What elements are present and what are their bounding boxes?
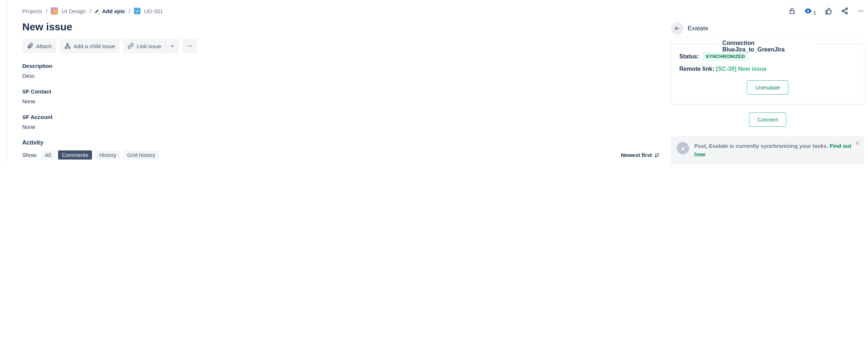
hint-text: Psst, Exalate is currently synchronizing…	[694, 143, 828, 149]
tab-all[interactable]: All	[41, 150, 55, 160]
connection-status-badge: SYNCHRONIZED	[703, 52, 748, 61]
add-epic-button[interactable]: Add epic	[95, 8, 125, 14]
panel-back-button[interactable]	[671, 22, 683, 35]
breadcrumb-projects[interactable]: Projects	[22, 8, 42, 14]
sort-label: Newest first	[621, 152, 652, 158]
issue-more-button[interactable]	[857, 7, 864, 16]
breadcrumb-sep: /	[129, 8, 130, 14]
sort-desc-icon	[654, 152, 660, 158]
svg-rect-8	[790, 11, 794, 14]
tab-comments[interactable]: Comments	[58, 150, 92, 160]
ellipsis-icon	[187, 43, 193, 49]
field-sf-account[interactable]: SF Account None	[22, 114, 660, 130]
connection-panel: Connection BlueJira_to_GreenJira Status:…	[671, 44, 864, 104]
connection-status-label: Status:	[679, 53, 699, 60]
svg-point-10	[808, 11, 809, 12]
panel-title: Exalate	[688, 25, 708, 32]
svg-point-1	[55, 11, 56, 12]
svg-point-15	[860, 11, 861, 12]
share-icon	[841, 7, 848, 15]
activity-title: Activity	[22, 139, 660, 146]
link-icon	[127, 43, 134, 49]
ellipsis-icon	[857, 7, 864, 15]
activity-show-label: Show:	[22, 152, 38, 158]
activity-tabs: Show: All Comments History Grid history	[22, 150, 159, 160]
sf-account-value: None	[22, 124, 660, 130]
sf-contact-label: SF Contact	[22, 88, 660, 95]
sf-account-label: SF Account	[22, 114, 660, 120]
like-button[interactable]	[825, 7, 832, 16]
tab-grid-history[interactable]: Grid history	[124, 150, 159, 160]
close-icon	[855, 141, 860, 146]
link-issue-split: Link issue	[123, 39, 179, 53]
svg-point-14	[859, 11, 860, 12]
paperclip-icon	[27, 43, 33, 49]
watch-button[interactable]: 1	[804, 7, 816, 16]
field-description[interactable]: Description Desc	[22, 63, 660, 79]
remote-link[interactable]: [SC-39] New issue	[716, 66, 767, 72]
description-label: Description	[22, 63, 660, 69]
sf-contact-value: None	[22, 98, 660, 104]
connection-legend: Connection BlueJira_to_GreenJira	[719, 40, 816, 53]
thumbs-up-icon	[825, 7, 832, 15]
sort-button[interactable]: Newest first	[621, 152, 660, 158]
add-child-button[interactable]: Add a child issue	[60, 39, 119, 53]
share-button[interactable]	[841, 7, 848, 16]
svg-point-16	[862, 11, 863, 12]
breadcrumb-sep: /	[46, 8, 47, 14]
svg-point-7	[191, 46, 192, 46]
tab-history[interactable]: History	[96, 150, 120, 160]
link-issue-label: Link issue	[137, 43, 161, 49]
link-issue-dropdown[interactable]	[166, 39, 179, 53]
issuetype-task-icon	[134, 8, 141, 14]
attach-button[interactable]: Attach	[22, 39, 56, 53]
breadcrumb-issue-key[interactable]: UD-331	[144, 8, 163, 14]
exalate-logo-icon	[677, 142, 689, 154]
more-actions-button[interactable]	[183, 39, 197, 53]
description-value: Desc	[22, 73, 660, 79]
link-issue-button[interactable]: Link issue	[123, 39, 166, 53]
breadcrumb-project[interactable]: UI Design	[62, 8, 86, 14]
connect-button[interactable]: Connect	[749, 112, 786, 127]
watch-count: 1	[813, 10, 816, 16]
add-epic-label: Add epic	[102, 8, 125, 14]
issue-toolbar: Attach Add a child issue Link issue	[22, 39, 660, 53]
remote-link-label: Remote link:	[679, 66, 714, 72]
hint-box: Psst, Exalate is currently synchronizing…	[671, 136, 864, 164]
chevron-down-icon	[170, 43, 175, 49]
breadcrumb: Projects / UI Design / Add epic / UD-331	[22, 7, 163, 15]
lock-button[interactable]	[788, 7, 796, 16]
field-sf-contact[interactable]: SF Contact None	[22, 88, 660, 104]
hint-close-button[interactable]	[855, 139, 860, 147]
unlock-icon	[788, 7, 796, 15]
eye-icon	[804, 7, 812, 15]
child-tree-icon	[64, 43, 71, 49]
issue-title[interactable]: New issue	[22, 21, 660, 33]
svg-point-0	[53, 10, 54, 11]
add-child-label: Add a child issue	[74, 43, 115, 49]
pencil-icon	[95, 8, 100, 14]
svg-point-5	[188, 46, 188, 46]
attach-label: Attach	[36, 43, 52, 49]
svg-point-6	[189, 46, 190, 46]
unexalate-button[interactable]: Unexalate	[747, 80, 788, 95]
project-icon	[51, 7, 58, 15]
arrow-left-icon	[674, 25, 680, 32]
breadcrumb-sep: /	[89, 8, 91, 14]
